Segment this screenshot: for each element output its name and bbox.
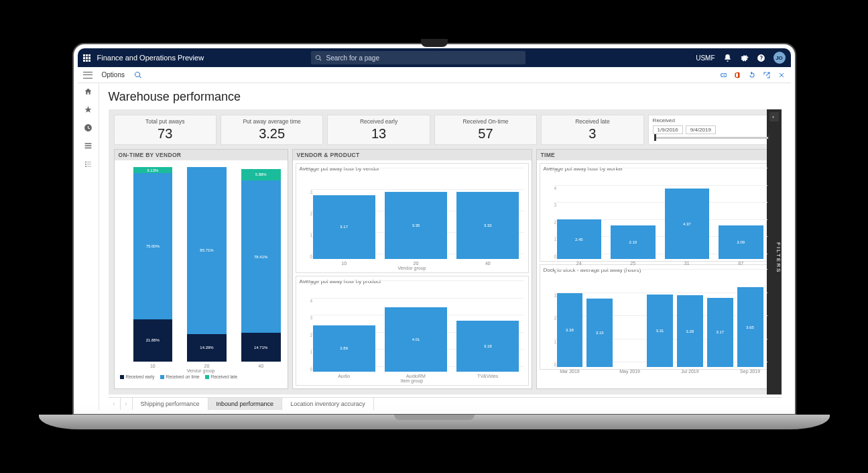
modules-icon[interactable] <box>84 142 92 150</box>
chart-dock-to-stock[interactable]: Dock to stock - average put away (hours)… <box>540 264 773 370</box>
tab-prev[interactable]: ‹ <box>109 398 121 410</box>
tab-inbound[interactable]: Inbound performance <box>208 398 283 410</box>
kpi-received-late[interactable]: Received late3 <box>541 115 643 145</box>
star-icon[interactable] <box>84 105 92 114</box>
dashboard: ‹ FILTERS Total put aways73 Put away ave… <box>109 109 782 395</box>
kpi-received-early[interactable]: Received early13 <box>327 115 430 145</box>
popout-icon[interactable] <box>763 71 771 79</box>
kpi-received-ontime[interactable]: Received On-time57 <box>434 115 537 145</box>
list-icon[interactable] <box>84 160 92 168</box>
chart-putaway-product[interactable]: Average put away hour by product0123452.… <box>296 276 529 386</box>
chart-legend: Received early Received on time Received… <box>115 373 288 380</box>
chart-putaway-vendor[interactable]: Average put away hour by vendor012343.17… <box>296 163 529 273</box>
user-avatar[interactable]: JO <box>773 52 786 64</box>
action-bar: Options <box>78 67 791 83</box>
search-icon <box>315 54 322 62</box>
office-icon[interactable] <box>733 71 741 79</box>
chart-putaway-worker[interactable]: Average put away hour by worker0123452.4… <box>540 163 773 262</box>
panel-ontime[interactable]: ON-TIME BY VENDOR 3.13%75.00%21.88%1085.… <box>114 149 288 389</box>
refresh-icon[interactable] <box>748 71 756 79</box>
search-input[interactable] <box>326 54 522 62</box>
tab-next[interactable]: › <box>121 398 133 410</box>
search-small-icon[interactable] <box>134 71 142 79</box>
page-title: Warehouse performance <box>109 90 782 104</box>
search-box[interactable] <box>311 51 525 64</box>
tab-location[interactable]: Location inventory accuracy <box>282 398 374 410</box>
help-icon[interactable] <box>757 54 765 62</box>
top-bar: Finance and Operations Preview USMF JO <box>78 48 791 67</box>
bell-icon[interactable] <box>723 54 732 62</box>
date-slider[interactable] <box>654 137 770 139</box>
app-title: Finance and Operations Preview <box>97 54 204 62</box>
date-slicer[interactable]: Received 1/9/20169/4/2019 <box>648 115 776 145</box>
kpi-total-putaways[interactable]: Total put aways73 <box>114 115 216 145</box>
link-icon[interactable] <box>719 71 727 79</box>
options-link[interactable]: Options <box>102 71 125 78</box>
panel-vendor-product: VENDOR & PRODUCT Average put away hour b… <box>292 149 532 389</box>
panel-time: TIME Average put away hour by worker0123… <box>536 149 776 389</box>
kpi-avg-time[interactable]: Put away average time3.25 <box>221 115 323 145</box>
recent-icon[interactable] <box>84 123 92 132</box>
chart-ontime-by-vendor[interactable]: 3.13%75.00%21.88%1085.71%14.29%205.88%78… <box>115 160 288 362</box>
close-icon[interactable] <box>778 71 786 79</box>
chevron-left-icon: ‹ <box>769 112 779 121</box>
home-icon[interactable] <box>84 87 92 96</box>
app-launcher-icon[interactable] <box>83 54 90 62</box>
company-code[interactable]: USMF <box>696 54 715 62</box>
gear-icon[interactable] <box>740 54 749 62</box>
left-nav <box>78 83 99 410</box>
report-tabs: ‹ › Shipping performance Inbound perform… <box>109 397 782 410</box>
hamburger-icon[interactable] <box>83 72 92 78</box>
tab-shipping[interactable]: Shipping performance <box>133 398 208 410</box>
